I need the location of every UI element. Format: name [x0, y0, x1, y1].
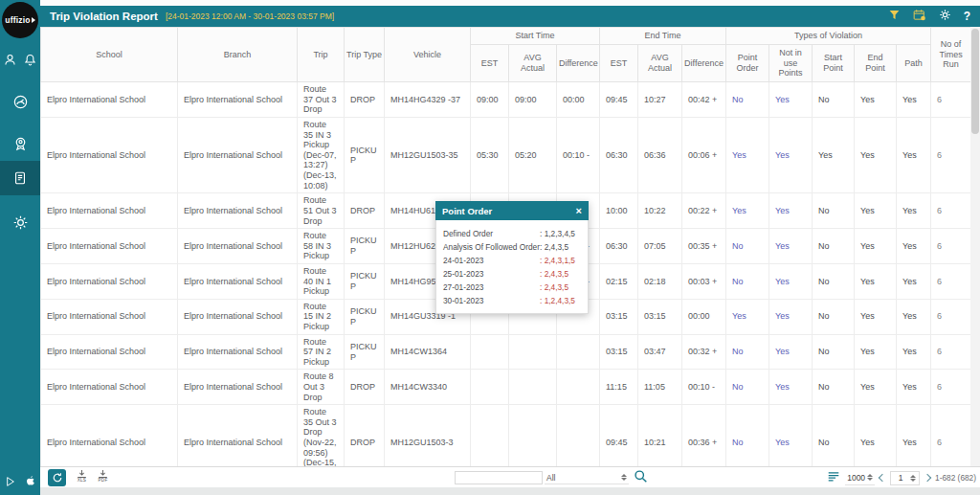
table-cell: 00:32 +	[682, 334, 726, 370]
sidebar-item-performance-badge[interactable]	[0, 126, 40, 161]
table-cell: Yes	[855, 299, 897, 334]
table-cell: 03:47	[638, 334, 682, 370]
google-play-icon[interactable]	[5, 476, 16, 487]
table-cell: Elpro International School	[178, 334, 298, 370]
table-cell[interactable]: No	[726, 334, 769, 370]
search-input[interactable]	[455, 471, 543, 484]
page-number-input[interactable]	[894, 473, 907, 483]
export-xls-button[interactable]: XLS	[77, 469, 87, 483]
table-cell: No	[813, 299, 855, 334]
table-cell[interactable]: Yes	[769, 118, 813, 193]
table-cell[interactable]: Yes	[769, 82, 813, 118]
rows-per-page-icon[interactable]	[827, 469, 840, 486]
table-cell: Elpro International School	[41, 405, 178, 466]
uffizio-logo[interactable]: uffizio	[2, 2, 38, 38]
table-cell: 09:00	[471, 82, 509, 118]
settings-gear-icon[interactable]	[939, 8, 951, 25]
table-cell: No	[813, 405, 855, 466]
table-cell: No	[813, 334, 855, 370]
previous-page-icon[interactable]	[879, 474, 886, 482]
table-cell: 00:22 +	[682, 193, 726, 229]
table-cell: DROP	[345, 82, 385, 118]
sidebar-item-dashboard[interactable]	[0, 84, 40, 119]
page-size-select[interactable]: 1000	[845, 470, 875, 485]
popup-row-value: 2,4,3,1,5	[540, 254, 575, 267]
table-row: Elpro International SchoolElpro Internat…	[41, 370, 971, 405]
sidebar-item-reports[interactable]	[0, 161, 40, 195]
footer-bar: XLS PDF All 1000 1-682 (682)	[40, 466, 980, 487]
group-violation-types: Types of Violation	[726, 28, 931, 45]
table-cell: Yes	[897, 229, 931, 264]
table-cell: 6	[931, 118, 970, 193]
sidebar-item-settings[interactable]	[0, 205, 40, 239]
table-cell: 00:35 +	[682, 229, 726, 264]
table-cell	[471, 334, 509, 370]
table-cell: Yes	[897, 334, 931, 370]
export-pdf-button[interactable]: PDF	[98, 469, 108, 483]
table-cell: MH14CW3340	[385, 370, 471, 405]
table-cell: 10:22	[638, 193, 682, 229]
table-cell[interactable]: No	[726, 405, 769, 466]
table-cell[interactable]: Yes	[769, 334, 813, 370]
table-cell[interactable]: No	[726, 263, 769, 299]
table-cell: PICKUP	[345, 334, 385, 370]
refresh-button[interactable]	[48, 469, 66, 486]
apple-icon[interactable]	[25, 475, 36, 487]
table-cell[interactable]: Yes	[769, 299, 813, 334]
table-cell[interactable]: No	[726, 82, 769, 118]
search-column-value: All	[546, 473, 555, 483]
popup-row-value: 1,2,3,4,5	[540, 227, 575, 240]
table-cell: Yes	[855, 405, 897, 466]
table-cell: Yes	[897, 299, 931, 334]
filter-icon[interactable]	[888, 8, 901, 25]
search-icon[interactable]	[634, 469, 648, 487]
col-start-point: Start Point	[813, 44, 855, 81]
schedule-report-icon[interactable]	[913, 8, 926, 25]
pdf-label: PDF	[99, 478, 108, 483]
scrollbar-thumb[interactable]	[971, 29, 979, 134]
table-cell[interactable]: Yes	[769, 229, 813, 264]
table-cell[interactable]: Yes	[769, 370, 813, 405]
popup-row-label: Analysis Of Followed Order	[443, 240, 540, 254]
page-title: Trip Violation Report	[50, 11, 158, 22]
col-times-run: No of Times Run	[931, 28, 970, 82]
popup-row-label: 27-01-2023	[443, 281, 540, 294]
table-cell: 6	[931, 193, 970, 229]
table-cell: 05:20	[509, 118, 557, 193]
vertical-scrollbar[interactable]	[970, 27, 980, 466]
table-cell[interactable]: No	[726, 370, 769, 405]
table-cell: 03:15	[600, 334, 638, 370]
popup-row: Defined Order1,2,3,4,5	[443, 227, 581, 240]
user-icon[interactable]	[3, 53, 17, 67]
table-cell[interactable]: Yes	[769, 263, 813, 299]
table-cell[interactable]: Yes	[726, 193, 769, 229]
close-icon[interactable]: ×	[576, 205, 582, 216]
table-cell: 6	[931, 263, 970, 299]
help-icon[interactable]: ?	[964, 10, 970, 23]
col-path: Path	[897, 44, 931, 81]
popup-row-label: 24-01-2023	[443, 254, 540, 267]
next-page-icon[interactable]	[924, 474, 931, 482]
table-cell: Route 8 Out 3 Drop	[298, 370, 345, 405]
select-caret-icon	[867, 474, 873, 481]
app-bar: Trip Violation Report [24-01-2023 12:00 …	[40, 6, 980, 27]
popup-title: Point Order	[442, 206, 492, 216]
table-cell: 00:42 +	[682, 82, 726, 118]
search-column-select[interactable]: All	[545, 471, 629, 484]
table-cell	[557, 405, 600, 466]
report-date-range[interactable]: [24-01-2023 12:00 AM - 30-01-2023 03:57 …	[166, 11, 334, 21]
table-cell: Yes	[855, 370, 897, 405]
table-cell[interactable]: Yes	[769, 193, 813, 229]
notification-bell-icon[interactable]	[23, 53, 37, 67]
table-cell: MH12GU1503-35	[385, 118, 471, 193]
table-cell: 6	[931, 370, 970, 405]
table-cell[interactable]: Yes	[726, 299, 769, 334]
table-cell: Yes	[855, 229, 897, 264]
table-cell: Yes	[855, 82, 897, 118]
table-cell[interactable]: Yes	[769, 405, 813, 466]
col-trip-type: Trip Type	[345, 28, 385, 82]
table-cell[interactable]: Yes	[726, 118, 769, 193]
table-cell: PICKUP	[345, 299, 385, 334]
table-cell[interactable]: No	[726, 229, 769, 264]
popup-body: Defined Order1,2,3,4,5Analysis Of Follow…	[435, 220, 589, 314]
